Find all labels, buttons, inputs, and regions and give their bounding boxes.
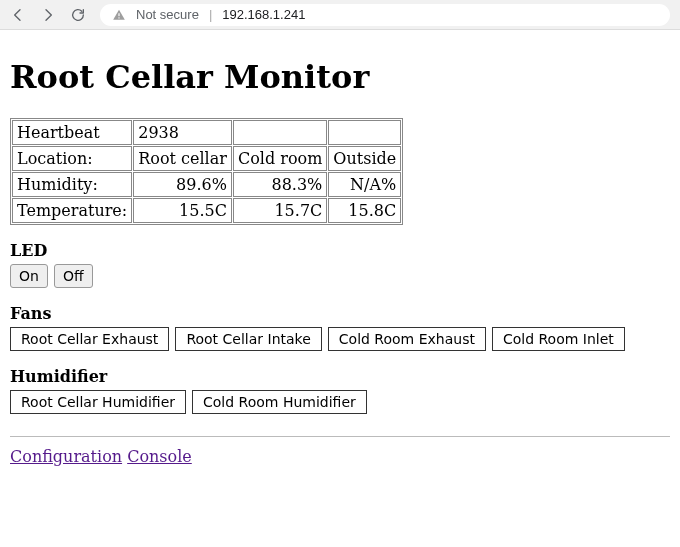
humidity-c3: N/A% [328, 172, 401, 197]
address-bar[interactable]: Not secure | 192.168.1.241 [100, 4, 670, 26]
table-row-temperature: Temperature: 15.5C 15.7C 15.8C [12, 198, 401, 223]
humidity-c2: 88.3% [233, 172, 327, 197]
fans-heading: Fans [10, 304, 670, 323]
warning-icon [112, 8, 126, 22]
temperature-c1: 15.5C [133, 198, 232, 223]
led-off-button[interactable]: Off [54, 264, 93, 288]
fan-root-cellar-exhaust-button[interactable]: Root Cellar Exhaust [10, 327, 169, 351]
humidifier-root-cellar-button[interactable]: Root Cellar Humidifier [10, 390, 186, 414]
led-heading: LED [10, 241, 670, 260]
location-label: Location: [12, 146, 132, 171]
table-row-heartbeat: Heartbeat 2938 [12, 120, 401, 145]
browser-chrome: Not secure | 192.168.1.241 [0, 0, 680, 30]
not-secure-label: Not secure [136, 7, 199, 22]
table-row-humidity: Humidity: 89.6% 88.3% N/A% [12, 172, 401, 197]
table-row-location: Location: Root cellar Cold room Outside [12, 146, 401, 171]
location-c1: Root cellar [133, 146, 232, 171]
forward-icon[interactable] [40, 7, 56, 23]
fan-cold-room-exhaust-button[interactable]: Cold Room Exhaust [328, 327, 486, 351]
temperature-label: Temperature: [12, 198, 132, 223]
temperature-c3: 15.8C [328, 198, 401, 223]
humidifier-heading: Humidifier [10, 367, 670, 386]
fan-cold-room-inlet-button[interactable]: Cold Room Inlet [492, 327, 625, 351]
configuration-link[interactable]: Configuration [10, 447, 122, 466]
temperature-c2: 15.7C [233, 198, 327, 223]
svg-rect-0 [118, 13, 119, 16]
heartbeat-value: 2938 [133, 120, 232, 145]
led-on-button[interactable]: On [10, 264, 48, 288]
humidity-label: Humidity: [12, 172, 132, 197]
back-icon[interactable] [10, 7, 26, 23]
humidifier-cold-room-button[interactable]: Cold Room Humidifier [192, 390, 367, 414]
location-c2: Cold room [233, 146, 327, 171]
fan-root-cellar-intake-button[interactable]: Root Cellar Intake [175, 327, 321, 351]
console-link[interactable]: Console [127, 447, 192, 466]
location-c3: Outside [328, 146, 401, 171]
reload-icon[interactable] [70, 7, 86, 23]
footer-divider [10, 436, 670, 437]
page-title: Root Cellar Monitor [10, 58, 670, 96]
url-text: 192.168.1.241 [222, 7, 305, 22]
svg-rect-1 [118, 17, 119, 18]
sensor-table: Heartbeat 2938 Location: Root cellar Col… [10, 118, 403, 225]
heartbeat-label: Heartbeat [12, 120, 132, 145]
address-separator: | [209, 7, 212, 22]
humidity-c1: 89.6% [133, 172, 232, 197]
